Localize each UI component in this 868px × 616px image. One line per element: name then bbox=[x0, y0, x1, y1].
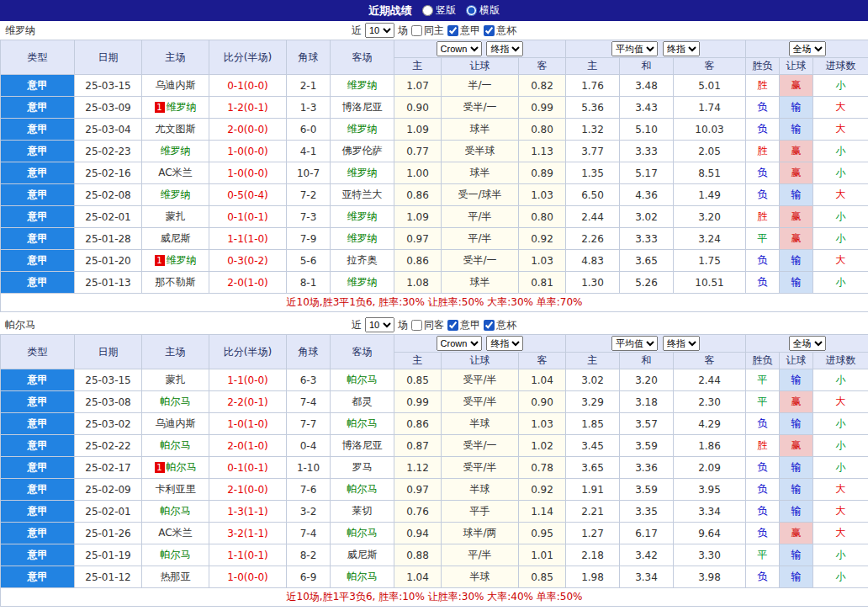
same-venue-checkbox[interactable] bbox=[411, 25, 422, 36]
match-row: 意甲25-03-04尤文图斯2-0(0-0)6-0维罗纳1.09球半0.801.… bbox=[1, 119, 868, 141]
away-team-cell: 佛罗伦萨 bbox=[331, 141, 394, 162]
goals-result-cell: 小 bbox=[813, 228, 868, 250]
score-cell: 1-0(0-0) bbox=[209, 162, 287, 184]
avg-away-cell: 2.44 bbox=[674, 369, 746, 391]
layout-radio-vertical[interactable]: 竖版 bbox=[422, 3, 456, 18]
same-venue-filter[interactable]: 同主 bbox=[411, 24, 444, 38]
goals-result-cell: 大 bbox=[813, 523, 868, 544]
avg-away-cell: 2.09 bbox=[674, 457, 746, 479]
summary-text: 近10场,胜1平3负6, 胜率:10% 让胜率:30% 大率:40% 单率:50… bbox=[1, 588, 868, 607]
home-team-cell: 卡利亚里 bbox=[142, 479, 209, 501]
final-odds-select[interactable]: 终指 bbox=[486, 41, 523, 56]
handicap-cell: 受半/一 bbox=[442, 250, 519, 272]
score-cell: 2-0(1-0) bbox=[209, 272, 287, 294]
odds-source-select[interactable]: Crown bbox=[437, 336, 482, 351]
home-odds-cell: 0.99 bbox=[394, 391, 442, 413]
cup-checkbox[interactable] bbox=[484, 320, 495, 331]
league-cell: 意甲 bbox=[1, 228, 75, 250]
summary-row: 近10场,胜1平3负6, 胜率:10% 让胜率:30% 大率:40% 单率:50… bbox=[1, 588, 868, 607]
team-name: 博洛尼亚 bbox=[342, 439, 383, 451]
avg-select[interactable]: 平均值 bbox=[611, 336, 658, 351]
match-row: 意甲25-01-26AC米兰3-2(1-1)7-4帕尔马0.94球半/两0.95… bbox=[1, 523, 868, 544]
home-odds-cell: 0.85 bbox=[394, 369, 442, 391]
same-venue-filter[interactable]: 同客 bbox=[411, 318, 444, 332]
league-cell: 意甲 bbox=[1, 184, 75, 206]
team-name: 威尼斯 bbox=[161, 232, 191, 244]
league-cell: 意甲 bbox=[1, 501, 75, 523]
avg-final-select[interactable]: 终指 bbox=[663, 41, 700, 56]
handicap-result-cell: 输 bbox=[780, 457, 813, 479]
score-cell: 1-1(0-1) bbox=[209, 544, 287, 566]
league-checkbox[interactable] bbox=[447, 25, 458, 36]
home-odds-cell: 1.07 bbox=[394, 75, 442, 97]
league-filter[interactable]: 意甲 bbox=[447, 24, 480, 38]
final-odds-select[interactable]: 终指 bbox=[486, 336, 523, 351]
away-team-cell: 帕尔马 bbox=[331, 413, 394, 435]
goals-result-cell: 小 bbox=[813, 75, 868, 97]
avg-away-cell: 3.95 bbox=[674, 479, 746, 501]
goals-result-cell: 大 bbox=[813, 250, 868, 272]
corner-cell: 5-6 bbox=[287, 250, 331, 272]
match-row: 意甲25-03-091维罗纳1-2(0-1)1-3博洛尼亚0.90受半/一0.9… bbox=[1, 97, 868, 119]
avg-away-cell: 1.86 bbox=[674, 435, 746, 457]
home-odds-cell: 0.90 bbox=[394, 97, 442, 119]
handicap-result-cell: 赢 bbox=[780, 391, 813, 413]
scope-select[interactable]: 全场 bbox=[789, 41, 826, 56]
away-odds-cell: 0.95 bbox=[519, 523, 566, 544]
col-odds-home: 主 bbox=[394, 58, 442, 75]
col-corner: 角球 bbox=[287, 335, 331, 369]
winloss-cell: 负 bbox=[746, 523, 780, 544]
winloss-cell: 平 bbox=[746, 369, 780, 391]
date-cell: 25-02-01 bbox=[75, 206, 142, 228]
corner-cell: 10-7 bbox=[287, 162, 331, 184]
match-row: 意甲25-01-201维罗纳0-3(0-2)5-6拉齐奥0.86受半/一1.03… bbox=[1, 250, 868, 272]
league-checkbox[interactable] bbox=[447, 320, 458, 331]
league-filter[interactable]: 意甲 bbox=[447, 318, 480, 332]
date-cell: 25-02-22 bbox=[75, 435, 142, 457]
layout-radio-horizontal[interactable]: 横版 bbox=[466, 3, 500, 18]
match-count-select[interactable]: 10 bbox=[365, 23, 394, 38]
home-team-cell: 帕尔马 bbox=[142, 544, 209, 566]
cup-filter-label: 意杯 bbox=[496, 24, 516, 38]
team-name: 帕尔马 bbox=[347, 483, 378, 495]
scope-select[interactable]: 全场 bbox=[789, 336, 826, 351]
col-home: 主场 bbox=[142, 40, 209, 75]
corner-cell: 7-7 bbox=[287, 413, 331, 435]
score-cell: 2-0(0-0) bbox=[209, 119, 287, 141]
league-cell: 意甲 bbox=[1, 119, 75, 141]
home-team-cell: 蒙扎 bbox=[142, 206, 209, 228]
vertical-radio[interactable] bbox=[422, 5, 433, 16]
corner-cell: 0-4 bbox=[287, 435, 331, 457]
col-goals-result: 进球数 bbox=[813, 58, 868, 75]
team-name: 亚特兰大 bbox=[342, 189, 383, 200]
league-cell: 意甲 bbox=[1, 75, 75, 97]
away-odds-cell: 0.80 bbox=[519, 206, 566, 228]
avg-final-select[interactable]: 终指 bbox=[663, 336, 700, 351]
goals-result-cell: 大 bbox=[813, 97, 868, 119]
away-team-cell: 拉齐奥 bbox=[331, 250, 394, 272]
avg-draw-cell: 3.42 bbox=[620, 544, 674, 566]
odds-group-header: Crown 终指 bbox=[394, 335, 566, 353]
home-odds-cell: 0.88 bbox=[394, 544, 442, 566]
match-row: 意甲25-03-08帕尔马2-2(0-1)7-4都灵0.99受平/半0.903.… bbox=[1, 391, 868, 413]
cup-filter[interactable]: 意杯 bbox=[484, 24, 516, 38]
match-row: 意甲25-03-02乌迪内斯1-0(1-0)7-7帕尔马0.86半球1.031.… bbox=[1, 413, 868, 435]
home-team-cell: 尤文图斯 bbox=[142, 119, 209, 141]
horizontal-radio[interactable] bbox=[466, 5, 477, 16]
match-row: 意甲25-01-19帕尔马1-1(0-1)8-2威尼斯0.88平/半1.012.… bbox=[1, 544, 868, 566]
same-venue-checkbox[interactable] bbox=[411, 320, 422, 331]
league-cell: 意甲 bbox=[1, 391, 75, 413]
avg-home-cell: 2.26 bbox=[566, 228, 620, 250]
avg-draw-cell: 3.35 bbox=[620, 501, 674, 523]
avg-home-cell: 1.27 bbox=[566, 523, 620, 544]
home-team-cell: 1维罗纳 bbox=[142, 250, 209, 272]
team-name: 维罗纳 bbox=[161, 145, 191, 157]
odds-source-select[interactable]: Crown bbox=[437, 41, 482, 56]
corner-cell: 7-4 bbox=[287, 391, 331, 413]
cup-checkbox[interactable] bbox=[484, 25, 495, 36]
match-row: 意甲25-02-08维罗纳0-5(0-4)7-2亚特兰大0.86受一/球半1.0… bbox=[1, 184, 868, 206]
cup-filter[interactable]: 意杯 bbox=[484, 318, 516, 332]
match-count-select[interactable]: 10 bbox=[365, 317, 394, 332]
handicap-cell: 受平/半 bbox=[442, 457, 519, 479]
avg-select[interactable]: 平均值 bbox=[611, 41, 658, 56]
